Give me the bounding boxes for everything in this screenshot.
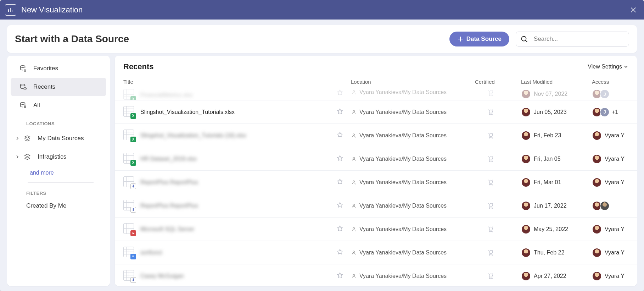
favorite-toggle[interactable] — [331, 89, 349, 98]
modified-date: May 25, 2022 — [534, 226, 568, 232]
sidebar-item-label: All — [33, 102, 40, 109]
file-name: Slingshot_Visualization_Tutorials.xlsx — [140, 109, 235, 115]
certify-button[interactable] — [473, 202, 519, 210]
avatar — [592, 224, 602, 234]
svg-point-27 — [489, 180, 492, 183]
svg-point-6 — [353, 90, 355, 92]
table-row[interactable]: ⬇ReportPlus ReportPlusVyara Yanakieva/My… — [115, 171, 637, 194]
chevron-right-icon — [16, 135, 21, 142]
view-settings-button[interactable]: View Settings — [588, 64, 628, 70]
location-path: Vyara Yanakieva/My Data Sources — [359, 109, 447, 115]
table-row[interactable]: ▸Microsoft SQL ServerVyara Yanakieva/My … — [115, 218, 637, 241]
certify-button[interactable] — [473, 89, 519, 97]
svg-point-7 — [489, 91, 492, 94]
avatar — [600, 201, 610, 211]
access-label: Vyara Y — [605, 156, 625, 162]
stack-icon — [23, 153, 32, 160]
sidebar-heading-filters: FILTERS — [7, 184, 110, 199]
table-row[interactable]: XHR Dataset_2019.xlsxVyara Yanakieva/My … — [115, 147, 637, 171]
column-certified[interactable]: Certified — [473, 79, 519, 85]
add-data-source-button[interactable]: Data Source — [449, 32, 509, 46]
favorite-toggle[interactable] — [331, 155, 349, 163]
file-type-icon: ⬇ — [123, 200, 135, 212]
certify-button[interactable] — [473, 108, 519, 116]
svg-point-4 — [21, 103, 25, 105]
sidebar: Favorites Recents All LOCATIONS — [7, 56, 110, 286]
recents-db-clock-icon — [18, 83, 28, 91]
sidebar-item-my-data-sources[interactable]: My Data Sources — [11, 129, 106, 148]
certify-button[interactable] — [473, 155, 519, 163]
table-row[interactable]: ≡sortfunctVyara Yanakieva/My Data Source… — [115, 241, 637, 264]
add-data-source-label: Data Source — [466, 35, 502, 43]
location-path: Vyara Yanakieva/My Data Sources — [359, 203, 447, 209]
file-name: Microsoft SQL Server — [140, 226, 194, 232]
access-label: Vyara Y — [605, 226, 625, 232]
certify-button[interactable] — [473, 249, 519, 257]
avatar — [521, 107, 531, 117]
svg-point-21 — [353, 157, 355, 159]
favorite-toggle[interactable] — [331, 272, 349, 280]
modified-date: Apr 27, 2022 — [534, 273, 566, 279]
search-box[interactable] — [516, 32, 629, 46]
file-name: ReportPlus ReportPlus — [140, 179, 198, 186]
svg-point-5 — [24, 106, 26, 107]
view-settings-label: View Settings — [588, 64, 622, 70]
file-name: Slingshot_Visualization_Tutorials (16).x… — [140, 132, 246, 139]
search-icon — [520, 35, 528, 43]
column-access[interactable]: Access — [590, 79, 637, 85]
favorite-toggle[interactable] — [331, 131, 349, 140]
column-location[interactable]: Location — [349, 79, 473, 85]
modified-date: Nov 07, 2022 — [534, 91, 567, 97]
certify-button[interactable] — [473, 272, 519, 280]
column-last-modified[interactable]: Last Modified — [519, 79, 590, 85]
table-row[interactable]: ⬇ReportPlus ReportPlusVyara Yanakieva/My… — [115, 194, 637, 218]
svg-point-36 — [353, 227, 355, 229]
file-name: HR Dataset_2019.xlsx — [140, 156, 197, 162]
svg-point-42 — [489, 250, 492, 253]
modified-date: Fri, Mar 01 — [534, 179, 561, 186]
access-label: Vyara Y — [605, 273, 625, 279]
avatar — [592, 271, 602, 281]
favorites-db-star-icon — [18, 65, 28, 72]
location-path: Vyara Yanakieva/My Data Sources — [359, 179, 447, 186]
certify-button[interactable] — [473, 179, 519, 186]
sidebar-item-infragistics[interactable]: Infragistics — [11, 148, 106, 166]
sidebar-item-label: Infragistics — [38, 153, 66, 160]
svg-point-31 — [353, 204, 355, 206]
svg-point-46 — [353, 274, 355, 276]
sidebar-item-label: Favorites — [33, 65, 58, 72]
certify-button[interactable] — [473, 225, 519, 233]
favorite-toggle[interactable] — [331, 108, 349, 116]
search-input[interactable] — [534, 35, 625, 43]
access-label: Vyara Y — [605, 249, 625, 256]
table-row[interactable]: XFinancialMetrics.xlsxVyara Yanakieva/My… — [115, 89, 637, 100]
table-row[interactable]: XSlingshot_Visualization_Tutorials (16).… — [115, 124, 637, 147]
file-type-icon: ⬇ — [123, 270, 135, 282]
access-label: Vyara Y — [605, 179, 625, 186]
favorite-toggle[interactable] — [331, 202, 349, 210]
file-name: FinancialMetrics.xlsx — [140, 92, 193, 98]
avatar — [521, 131, 531, 141]
column-title[interactable]: Title — [115, 79, 331, 85]
sidebar-and-more-link[interactable]: and more — [7, 166, 110, 180]
svg-point-32 — [489, 203, 492, 207]
favorite-toggle[interactable] — [331, 225, 349, 234]
svg-point-41 — [353, 251, 355, 253]
close-button[interactable] — [628, 4, 639, 16]
sidebar-filter-created-by-me[interactable]: Created By Me — [7, 199, 110, 214]
sidebar-item-recents[interactable]: Recents — [11, 78, 106, 96]
avatar — [592, 154, 602, 164]
favorite-toggle[interactable] — [331, 248, 349, 257]
sidebar-item-all[interactable]: All — [11, 96, 106, 115]
modified-date: Fri, Feb 23 — [534, 132, 561, 139]
column-header-row: Title Location Certified Last Modified A… — [115, 75, 637, 89]
certify-button[interactable] — [473, 132, 519, 139]
all-db-user-icon — [18, 101, 28, 109]
table-row[interactable]: XSlingshot_Visualization_Tutorials.xlsxV… — [115, 100, 637, 124]
table-row[interactable]: ⬇Casey McGuiganVyara Yanakieva/My Data S… — [115, 264, 637, 286]
app-chart-icon — [5, 4, 16, 16]
sidebar-item-favorites[interactable]: Favorites — [11, 59, 106, 78]
modified-date: Fri, Jan 05 — [534, 156, 561, 162]
location-path: Vyara Yanakieva/My Data Sources — [359, 132, 447, 139]
favorite-toggle[interactable] — [331, 178, 349, 187]
